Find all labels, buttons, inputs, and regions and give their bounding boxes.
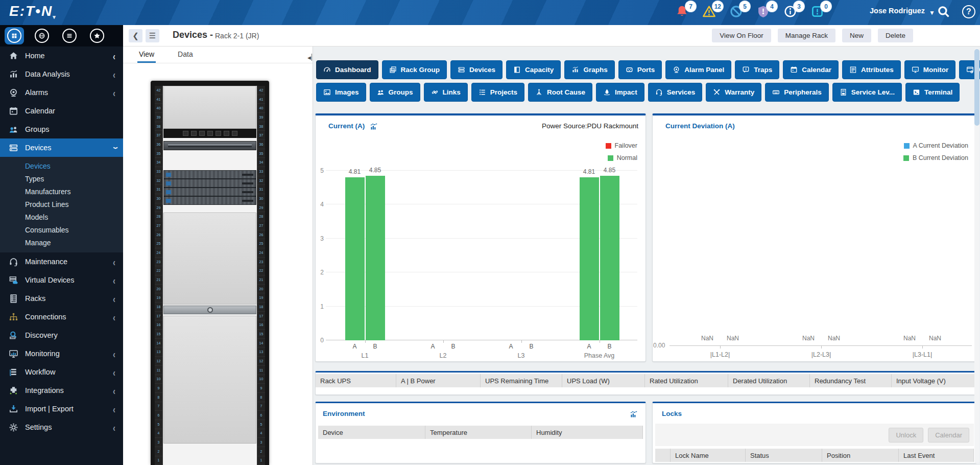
device-tab-attributes[interactable]: Attributes [842,60,901,79]
sidebar-item-groups[interactable]: Groups [0,120,123,138]
notification-badge: 5 [739,1,750,12]
device-tab-root-cause[interactable]: Root Cause [528,83,592,102]
rack-unit-number: 33 [257,167,265,176]
sidebar-item-settings[interactable]: Settings‹ [0,418,123,436]
rack-unit-number: 9 [257,384,265,393]
device-tab-alarm-panel[interactable]: Alarm Panel [665,60,731,79]
sidebar-item-virtual-devices[interactable]: Virtual Devices‹ [0,271,123,289]
device-tab-services[interactable]: Services [648,83,703,102]
device-tab-images[interactable]: Images [316,83,366,102]
server-icon [9,143,25,153]
device-tab-devices[interactable]: Devices [450,60,503,79]
device-tab-warranty[interactable]: Warranty [706,83,761,102]
device-tab-capacity[interactable]: Capacity [506,60,561,79]
sidebar-subitem-types[interactable]: Types [0,172,123,185]
device-tab-traps[interactable]: Traps [735,60,779,79]
device-tab-groups[interactable]: Groups [370,83,420,102]
help-icon[interactable]: ? [962,5,975,18]
locks-column-header [655,449,671,462]
device-tab-rack-group[interactable]: Rack Group [382,60,447,79]
star-icon[interactable] [87,27,107,44]
y-axis-tick: 3 [316,235,324,242]
manage-rack-button[interactable]: Manage Rack [778,29,835,42]
delete-button[interactable]: Delete [878,29,913,42]
legend-swatch [606,143,611,149]
ups-column-header: Derated Utilization [728,374,810,387]
view-on-floor-button[interactable]: View On Floor [712,29,771,42]
locks-column-header: Status [746,449,822,462]
sidebar-subitem-models[interactable]: Models [0,211,123,223]
deviation-x-axis [670,345,972,346]
legend-item: Failover [606,142,637,149]
globe-icon[interactable] [32,27,52,44]
sidebar-item-devices[interactable]: Devices‹ [0,138,123,157]
device-tab-links[interactable]: Links [424,83,468,102]
calendar-button[interactable]: Calendar [928,428,969,443]
gear-icon [9,423,25,432]
message-alert-icon[interactable]: 0 [810,5,826,20]
sidebar-collapse-icon[interactable]: ‹ [113,50,115,62]
rack-unit-number: 40 [155,104,162,113]
warning-triangle-icon[interactable]: 12 [702,5,718,20]
sidebar-item-home[interactable]: Home‹ [0,46,123,65]
shield-alert-icon[interactable]: 4 [756,5,772,20]
locks-column-header: Last Event [899,449,974,462]
device-tab-peripherals[interactable]: Peripherals [765,83,829,102]
back-button[interactable]: ❮ [129,29,142,42]
apps-icon[interactable] [5,27,24,44]
unlock-button[interactable]: Unlock [889,428,923,443]
device-tab-graphs[interactable]: Graphs [564,60,614,79]
sidebar-subitem-manufacturers[interactable]: Manufacturers [0,185,123,198]
right-panel-scrollbar[interactable] [974,48,979,463]
ups-column-header: UPS Remaining Time [481,374,562,387]
sidebar-item-maintenance[interactable]: Maintenance‹ [0,252,123,271]
device-tab-monitor[interactable]: Monitor [904,60,956,79]
chart-mini-icon[interactable] [370,122,378,130]
sidebar-item-data-analysis[interactable]: Data Analysis‹ [0,65,123,83]
new-button[interactable]: New [842,29,871,42]
sidebar-item-racks[interactable]: Racks‹ [0,289,123,308]
scrollbar-thumb[interactable] [974,49,979,126]
device-tab-calendar[interactable]: Calendar [783,60,839,79]
current-chart-panel: Current (A) Power Source:PDU Rackmount F… [315,113,646,362]
info-icon[interactable]: 3 [783,5,799,20]
current-chart-plot: 543210L1A4.81B4.85L2ABL3ABPhase AvgA4.81… [326,171,637,340]
x-axis-tick [443,340,444,343]
ban-icon[interactable]: 5 [729,5,745,20]
menu-list-glyph [62,29,77,43]
sidebar-item-alarms[interactable]: Alarms‹ [0,83,123,102]
device-tab-ports[interactable]: Ports [618,60,662,79]
sidebar-item-label: Home [25,52,45,60]
user-menu[interactable]: Jose Rodriguez▼ [870,7,935,16]
device-tab-service-level[interactable]: Service Lev... [832,83,902,102]
attributes-icon [849,66,857,74]
sidebar-item-discovery[interactable]: Discovery [0,326,123,344]
bell-icon[interactable]: 7 [675,5,690,20]
environment-chart-icon[interactable] [630,410,638,418]
nan-value-label: NaN [802,335,815,342]
sidebar-subitem-manage[interactable]: Manage [0,236,123,249]
sidebar-item-integrations[interactable]: Integrations‹ [0,381,123,400]
panel-collapse-handle[interactable]: ◀ [307,54,312,61]
sidebar-item-calendar[interactable]: Calendar [0,102,123,120]
menu-button[interactable]: ☰ [146,29,159,42]
rack-unit-number: 14 [257,339,265,348]
sidebar-item-connections[interactable]: Connections‹ [0,308,123,326]
sidebar-subitem-product-lines[interactable]: Product Lines [0,198,123,211]
nan-value-label: NaN [727,335,739,342]
sidebar-item-monitoring[interactable]: Monitoring‹ [0,344,123,363]
sidebar-item-import-export[interactable]: Import | Export‹ [0,400,123,418]
rack-unit-number: 11 [155,366,162,375]
menu-list-icon[interactable] [60,27,79,44]
rack-group-icon [389,66,397,74]
sidebar-item-workflow[interactable]: Workflow‹ [0,363,123,381]
search-icon[interactable] [937,5,951,19]
sidebar-subitem-consumables[interactable]: Consumables [0,223,123,236]
device-tab-impact[interactable]: Impact [596,83,644,102]
device-tab-dashboard[interactable]: Dashboard [316,60,378,79]
sidebar-subitem-devices[interactable]: Devices [0,159,123,172]
device-tab-projects[interactable]: Projects [471,83,524,102]
tab-view[interactable]: View [137,46,156,63]
device-tab-terminal[interactable]: Terminal [905,83,960,102]
tab-data[interactable]: Data [176,46,195,63]
